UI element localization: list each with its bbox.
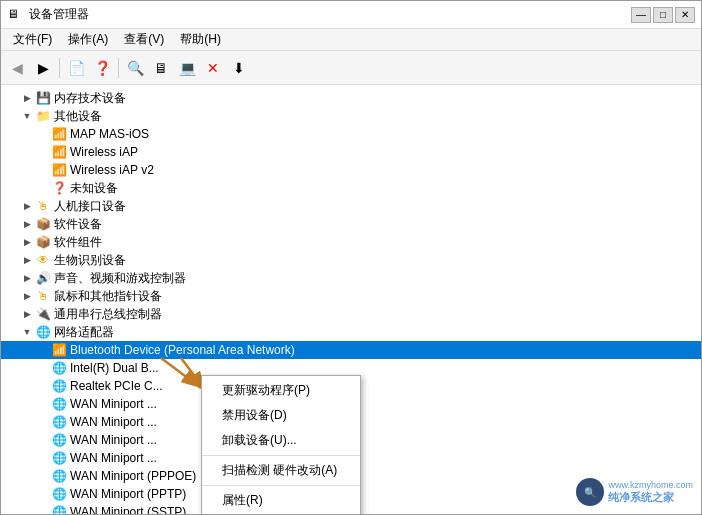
tree-item-software-devices[interactable]: ▶ 📦 软件设备 (1, 215, 701, 233)
expander-biometric[interactable]: ▶ (19, 252, 35, 268)
icon-wan-3: 🌐 (51, 432, 67, 448)
icon-mice: 🖱 (35, 288, 51, 304)
menu-help[interactable]: 帮助(H) (172, 29, 229, 50)
tree-item-wireless-iap[interactable]: ▶ 📶 Wireless iAP (1, 143, 701, 161)
tree-item-software-components[interactable]: ▶ 📦 软件组件 (1, 233, 701, 251)
context-menu: 更新驱动程序(P) 禁用设备(D) 卸载设备(U)... 扫描检测 硬件改动(A… (201, 375, 361, 514)
back-button[interactable]: ◀ (5, 56, 29, 80)
menu-file[interactable]: 文件(F) (5, 29, 60, 50)
toolbar-separator-1 (59, 58, 60, 78)
icon-realtek: 🌐 (51, 378, 67, 394)
tree-item-biometric[interactable]: ▶ 👁 生物识别设备 (1, 251, 701, 269)
expander-software-components[interactable]: ▶ (19, 234, 35, 250)
icon-network-adapters: 🌐 (35, 324, 51, 340)
icon-wan-2: 🌐 (51, 414, 67, 430)
expander-hid[interactable]: ▶ (19, 198, 35, 214)
watermark-label: 纯净系统之家 (608, 490, 693, 505)
tree-item-memory[interactable]: ▶ 💾 内存技术设备 (1, 89, 701, 107)
label-wan-pppoe: WAN Miniport (PPPOE) (70, 469, 196, 483)
icon-ports: 🔌 (35, 306, 51, 322)
label-biometric: 生物识别设备 (54, 252, 126, 269)
another-button[interactable]: 💻 (175, 56, 199, 80)
watermark: 🔍 www.kzmyhome.com 纯净系统之家 (576, 478, 693, 506)
tree-item-other-devices[interactable]: ▼ 📁 其他设备 (1, 107, 701, 125)
main-area: ▶ 💾 内存技术设备 ▼ 📁 其他设备 ▶ 📶 MAP MAS-iOS (1, 85, 701, 514)
menu-view[interactable]: 查看(V) (116, 29, 172, 50)
close-button[interactable]: ✕ (675, 7, 695, 23)
label-wan-sstp: WAN Miniport (SSTP) (70, 505, 186, 514)
minimize-button[interactable]: — (631, 7, 651, 23)
icon-biometric: 👁 (35, 252, 51, 268)
icon-other-devices: 📁 (35, 108, 51, 124)
tree-item-unknown[interactable]: ▶ ❓ 未知设备 (1, 179, 701, 197)
icon-software-devices: 📦 (35, 216, 51, 232)
tree-item-mice[interactable]: ▶ 🖱 鼠标和其他指针设备 (1, 287, 701, 305)
properties-button[interactable]: 📄 (64, 56, 88, 80)
icon-wireless-iap: 📶 (51, 144, 67, 160)
label-hid: 人机接口设备 (54, 198, 126, 215)
label-sound-video: 声音、视频和游戏控制器 (54, 270, 186, 287)
icon-wan-pppoe: 🌐 (51, 468, 67, 484)
expander-software-devices[interactable]: ▶ (19, 216, 35, 232)
forward-button[interactable]: ▶ (31, 56, 55, 80)
label-wan-2: WAN Miniport ... (70, 415, 157, 429)
label-wan-pptp: WAN Miniport (PPTP) (70, 487, 186, 501)
ctx-update-driver[interactable]: 更新驱动程序(P) (202, 378, 360, 403)
tree-item-bluetooth[interactable]: ▶ 📶 Bluetooth Device (Personal Area Netw… (1, 341, 701, 359)
window-title: 设备管理器 (29, 6, 89, 23)
window-icon: 🖥 (7, 7, 23, 23)
label-wan-4: WAN Miniport ... (70, 451, 157, 465)
device-manager-window: 🖥 设备管理器 — □ ✕ 文件(F) 操作(A) 查看(V) 帮助(H) ◀ … (0, 0, 702, 515)
delete-button[interactable]: ✕ (201, 56, 225, 80)
tree-item-sound-video[interactable]: ▶ 🔊 声音、视频和游戏控制器 (1, 269, 701, 287)
label-unknown: 未知设备 (70, 180, 118, 197)
expander-other-devices[interactable]: ▼ (19, 108, 35, 124)
ctx-separator-2 (202, 485, 360, 486)
ctx-properties[interactable]: 属性(R) (202, 488, 360, 513)
label-ports: 通用串行总线控制器 (54, 306, 162, 323)
watermark-text-container: www.kzmyhome.com 纯净系统之家 (608, 480, 693, 505)
icon-wireless-iap-v2: 📶 (51, 162, 67, 178)
ctx-scan-hardware[interactable]: 扫描检测 硬件改动(A) (202, 458, 360, 483)
icon-sound-video: 🔊 (35, 270, 51, 286)
toolbar-separator-2 (118, 58, 119, 78)
menu-action[interactable]: 操作(A) (60, 29, 116, 50)
icon-wan-1: 🌐 (51, 396, 67, 412)
icon-wan-pptp: 🌐 (51, 486, 67, 502)
label-wan-3: WAN Miniport ... (70, 433, 157, 447)
download-button[interactable]: ⬇ (227, 56, 251, 80)
tree-item-map-mas-ios[interactable]: ▶ 📶 MAP MAS-iOS (1, 125, 701, 143)
label-network-adapters: 网络适配器 (54, 324, 114, 341)
device-icon-button[interactable]: 🖥 (149, 56, 173, 80)
ctx-disable-device[interactable]: 禁用设备(D) (202, 403, 360, 428)
icon-hid: 🖱 (35, 198, 51, 214)
expander-mice[interactable]: ▶ (19, 288, 35, 304)
tree-item-ports[interactable]: ▶ 🔌 通用串行总线控制器 (1, 305, 701, 323)
icon-map-mas-ios: 📶 (51, 126, 67, 142)
expander-ports[interactable]: ▶ (19, 306, 35, 322)
expander-sound-video[interactable]: ▶ (19, 270, 35, 286)
watermark-url: www.kzmyhome.com (608, 480, 693, 490)
label-map-mas-ios: MAP MAS-iOS (70, 127, 149, 141)
device-tree[interactable]: ▶ 💾 内存技术设备 ▼ 📁 其他设备 ▶ 📶 MAP MAS-iOS (1, 85, 701, 514)
tree-item-hid[interactable]: ▶ 🖱 人机接口设备 (1, 197, 701, 215)
label-other-devices: 其他设备 (54, 108, 102, 125)
maximize-button[interactable]: □ (653, 7, 673, 23)
label-software-components: 软件组件 (54, 234, 102, 251)
toolbar: ◀ ▶ 📄 ❓ 🔍 🖥 💻 ✕ ⬇ (1, 51, 701, 85)
tree-item-wireless-iap-v2[interactable]: ▶ 📶 Wireless iAP v2 (1, 161, 701, 179)
title-bar: 🖥 设备管理器 — □ ✕ (1, 1, 701, 29)
icon-wan-4: 🌐 (51, 450, 67, 466)
icon-unknown: ❓ (51, 180, 67, 196)
ctx-uninstall-device[interactable]: 卸载设备(U)... (202, 428, 360, 453)
label-wireless-iap-v2: Wireless iAP v2 (70, 163, 154, 177)
icon-bluetooth: 📶 (51, 342, 67, 358)
ctx-separator-1 (202, 455, 360, 456)
scan-button[interactable]: 🔍 (123, 56, 147, 80)
tree-item-network-adapters[interactable]: ▼ 🌐 网络适配器 (1, 323, 701, 341)
expander-network-adapters[interactable]: ▼ (19, 324, 35, 340)
expander-memory[interactable]: ▶ (19, 90, 35, 106)
icon-memory: 💾 (35, 90, 51, 106)
help-button[interactable]: ❓ (90, 56, 114, 80)
title-buttons: — □ ✕ (631, 7, 695, 23)
